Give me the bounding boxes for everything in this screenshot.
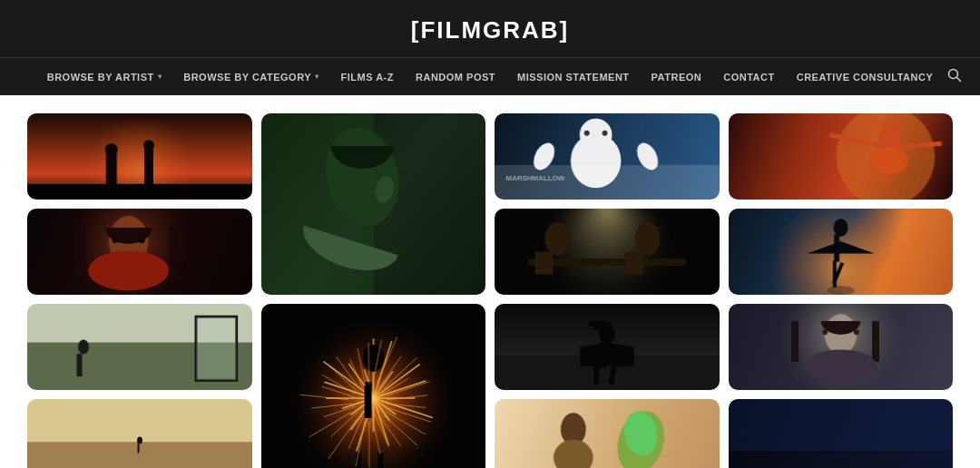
nav-item-browse-category[interactable]: BROWSE BY CATEGORY ▾ — [172, 72, 329, 83]
nav-link-contact[interactable]: CONTACT — [712, 72, 785, 83]
nav-item-random[interactable]: RANDOM POST — [405, 72, 506, 83]
nav-link-patreon[interactable]: PATREON — [641, 72, 713, 83]
gallery-item-8[interactable] — [27, 304, 252, 390]
gallery-item-14[interactable] — [729, 399, 954, 468]
gallery-item-7[interactable] — [729, 209, 954, 295]
gallery-item-3[interactable] — [495, 113, 720, 200]
nav-link-browse-artist[interactable]: BROWSE BY ARTIST ▾ — [36, 72, 173, 83]
gallery-item-5[interactable] — [27, 209, 252, 295]
gallery-item-6[interactable] — [495, 209, 720, 295]
gallery-item-12[interactable] — [27, 399, 252, 468]
svg-line-1 — [957, 77, 961, 81]
nav-link-mission[interactable]: MISSION STATEMENT — [506, 72, 641, 83]
gallery-item-4[interactable] — [729, 113, 954, 200]
gallery-item-2[interactable] — [261, 113, 486, 295]
nav-item-mission[interactable]: MISSION STATEMENT — [506, 72, 641, 83]
gallery-item-13[interactable] — [495, 399, 720, 468]
nav-bar: BROWSE BY ARTIST ▾ BROWSE BY CATEGORY ▾ … — [0, 57, 980, 95]
nav-item-consultancy[interactable]: CREATIVE CONSULTANCY — [786, 72, 945, 83]
chevron-down-icon: ▾ — [158, 73, 162, 81]
gallery-item-1[interactable] — [27, 113, 252, 200]
chevron-down-icon: ▾ — [315, 73, 319, 81]
nav-link-random[interactable]: RANDOM POST — [405, 72, 506, 83]
site-title[interactable]: [FILMGRAB] — [0, 16, 980, 57]
gallery-grid — [0, 95, 980, 468]
search-icon[interactable] — [947, 68, 962, 86]
nav-link-films-az[interactable]: FILMS A-Z — [330, 72, 405, 83]
nav-items: BROWSE BY ARTIST ▾ BROWSE BY CATEGORY ▾ … — [36, 72, 945, 83]
nav-item-browse-artist[interactable]: BROWSE BY ARTIST ▾ — [36, 72, 173, 83]
main-content — [0, 95, 980, 468]
nav-item-patreon[interactable]: PATREON — [641, 72, 713, 83]
gallery-item-11[interactable] — [729, 304, 954, 390]
nav-item-films-az[interactable]: FILMS A-Z — [330, 72, 405, 83]
nav-link-consultancy[interactable]: CREATIVE CONSULTANCY — [786, 72, 945, 83]
gallery-item-9[interactable] — [261, 304, 486, 468]
nav-item-contact[interactable]: CONTACT — [712, 72, 785, 83]
site-header: [FILMGRAB] BROWSE BY ARTIST ▾ BROWSE BY … — [0, 0, 980, 95]
nav-link-browse-category[interactable]: BROWSE BY CATEGORY ▾ — [172, 72, 329, 83]
gallery-item-10[interactable] — [495, 304, 720, 390]
